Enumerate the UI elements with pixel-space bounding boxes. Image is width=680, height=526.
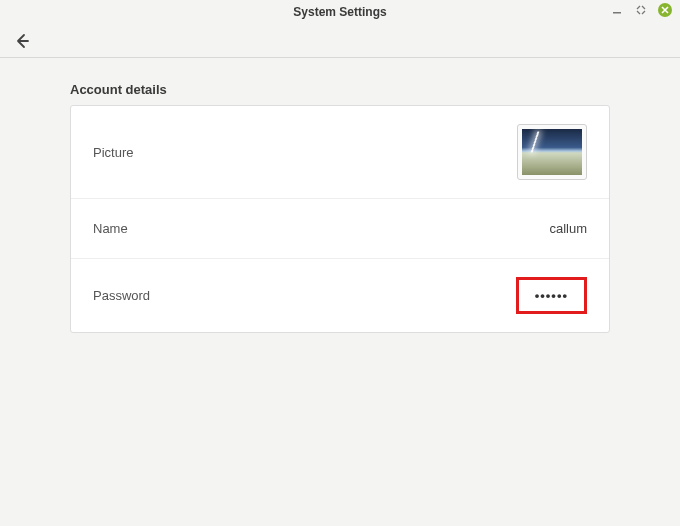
row-password[interactable]: Password •••••• [71, 258, 609, 332]
titlebar: System Settings [0, 0, 680, 24]
svg-rect-0 [613, 12, 621, 14]
back-button[interactable] [10, 29, 34, 53]
password-value[interactable]: •••••• [516, 277, 587, 314]
name-value: callum [549, 221, 587, 236]
maximize-icon[interactable] [634, 3, 648, 17]
password-label: Password [93, 288, 150, 303]
account-details-card: Picture Name callum Password •••••• [70, 105, 610, 333]
picture-label: Picture [93, 145, 133, 160]
back-arrow-icon [13, 32, 31, 50]
avatar-image [522, 129, 582, 175]
window-controls [610, 3, 672, 17]
row-name[interactable]: Name callum [71, 198, 609, 258]
name-label: Name [93, 221, 128, 236]
window-title: System Settings [293, 5, 386, 19]
content-area: Account details Picture Name callum Pass… [0, 58, 680, 357]
section-title: Account details [70, 82, 610, 97]
minimize-icon[interactable] [610, 3, 624, 17]
close-icon[interactable] [658, 3, 672, 17]
avatar-picker[interactable] [517, 124, 587, 180]
row-picture: Picture [71, 106, 609, 198]
headerbar [0, 24, 680, 58]
